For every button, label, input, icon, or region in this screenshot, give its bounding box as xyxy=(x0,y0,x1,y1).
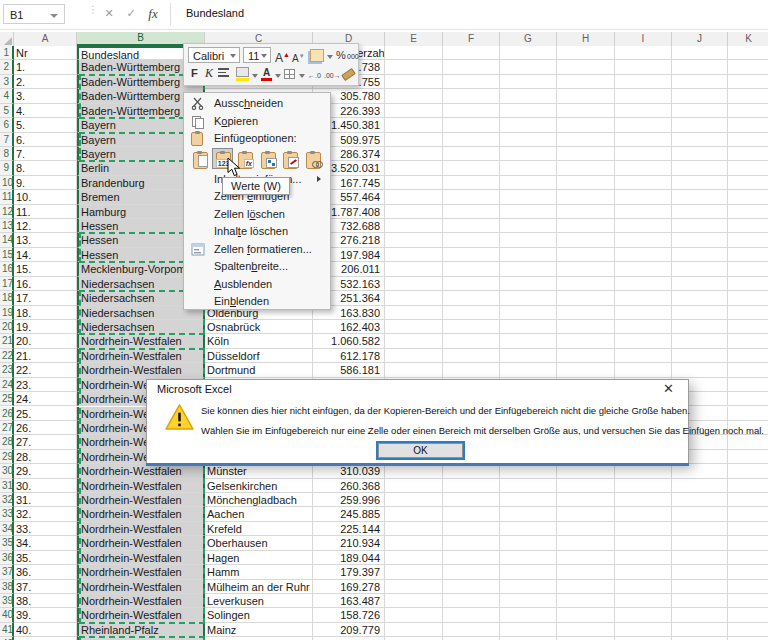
cell-G39[interactable] xyxy=(500,594,557,608)
cell-K1[interactable] xyxy=(728,46,768,60)
cell-B41[interactable]: Rheinland-Pfalz xyxy=(77,623,205,637)
row-header-15[interactable]: 15 xyxy=(0,248,14,262)
cell-I17[interactable] xyxy=(615,277,672,291)
cell-I23[interactable] xyxy=(615,363,672,377)
cell-K19[interactable] xyxy=(728,306,768,320)
cell-G30[interactable] xyxy=(500,464,557,478)
row-header-9[interactable]: 9 xyxy=(0,161,14,175)
cell-F33[interactable] xyxy=(443,507,500,521)
cell-F5[interactable] xyxy=(443,104,500,118)
cell-C37[interactable]: Hamm xyxy=(205,565,313,579)
cell-F7[interactable] xyxy=(443,133,500,147)
cell-D34[interactable]: 225.144 xyxy=(313,522,385,536)
cell-K21[interactable] xyxy=(728,334,768,348)
cell-G9[interactable] xyxy=(500,161,557,175)
cell-F18[interactable] xyxy=(443,291,500,305)
cell-J9[interactable] xyxy=(672,161,728,175)
cell-E37[interactable] xyxy=(385,565,443,579)
cell-I15[interactable] xyxy=(615,248,672,262)
cell-F21[interactable] xyxy=(443,334,500,348)
cell-H40[interactable] xyxy=(557,608,615,622)
paste-icon-transponieren[interactable] xyxy=(257,148,278,169)
cell-K20[interactable] xyxy=(728,320,768,334)
cell-H14[interactable] xyxy=(557,233,615,247)
increase-decimal-icon[interactable]: ←.0 xyxy=(308,69,321,83)
cell-A20[interactable]: 19. xyxy=(14,320,77,334)
paste-icon-werte[interactable]: 123 xyxy=(212,148,233,169)
cell-I22[interactable] xyxy=(615,349,672,363)
cell-J35[interactable] xyxy=(672,536,728,550)
cell-K35[interactable] xyxy=(728,536,768,550)
cell-F8[interactable] xyxy=(443,147,500,161)
paste-icon-formeln[interactable]: fx xyxy=(234,148,255,169)
cell-E4[interactable] xyxy=(385,89,443,103)
cell-G23[interactable] xyxy=(500,363,557,377)
row-header-8[interactable]: 8 xyxy=(0,147,14,161)
cell-G15[interactable] xyxy=(500,248,557,262)
decrease-decimal-icon[interactable]: .00→ xyxy=(324,69,341,83)
paste-icon-formatierung[interactable] xyxy=(279,148,300,169)
cell-I19[interactable] xyxy=(615,306,672,320)
menu-item-einblenden[interactable]: Einblenden xyxy=(184,293,330,311)
cell-G4[interactable] xyxy=(500,89,557,103)
cell-F19[interactable] xyxy=(443,306,500,320)
cell-E21[interactable] xyxy=(385,334,443,348)
cell-K6[interactable] xyxy=(728,118,768,132)
cell-A35[interactable]: 34. xyxy=(14,536,77,550)
cell-I33[interactable] xyxy=(615,507,672,521)
cell-E7[interactable] xyxy=(385,133,443,147)
cell-E2[interactable] xyxy=(385,60,443,74)
cell-J36[interactable] xyxy=(672,551,728,565)
cell-F14[interactable] xyxy=(443,233,500,247)
cell-J33[interactable] xyxy=(672,507,728,521)
cell-K4[interactable] xyxy=(728,89,768,103)
cell-F1[interactable] xyxy=(443,46,500,60)
cell-A40[interactable]: 39. xyxy=(14,608,77,622)
cell-A14[interactable]: 13. xyxy=(14,233,77,247)
cell-A1[interactable]: Nr xyxy=(14,46,77,60)
row-header-27[interactable]: 27 xyxy=(0,421,14,435)
cell-A3[interactable]: 2. xyxy=(14,75,77,89)
cell-F11[interactable] xyxy=(443,190,500,204)
cell-E36[interactable] xyxy=(385,551,443,565)
row-header-12[interactable]: 12 xyxy=(0,205,14,219)
cell-A33[interactable]: 32. xyxy=(14,507,77,521)
cell-H10[interactable] xyxy=(557,176,615,190)
fill-color-dropdown-icon[interactable] xyxy=(252,74,258,78)
cell-G34[interactable] xyxy=(500,522,557,536)
cell-K23[interactable] xyxy=(728,363,768,377)
cell-A28[interactable]: 27. xyxy=(14,435,77,449)
row-header-18[interactable]: 18 xyxy=(0,291,14,305)
cell-I5[interactable] xyxy=(615,104,672,118)
cell-I41[interactable] xyxy=(615,623,672,637)
cell-G22[interactable] xyxy=(500,349,557,363)
cell-B33[interactable]: Nordrhein-Westfalen xyxy=(77,507,205,521)
cell-I37[interactable] xyxy=(615,565,672,579)
cell-G13[interactable] xyxy=(500,219,557,233)
cell-J12[interactable] xyxy=(672,205,728,219)
cell-G2[interactable] xyxy=(500,60,557,74)
fill-color-icon[interactable] xyxy=(236,66,249,81)
cell-A15[interactable]: 14. xyxy=(14,248,77,262)
font-color-dropdown-icon[interactable] xyxy=(275,74,281,78)
cell-E33[interactable] xyxy=(385,507,443,521)
cell-E11[interactable] xyxy=(385,190,443,204)
cell-C32[interactable]: Mönchengladbach xyxy=(205,493,313,507)
cell-A13[interactable]: 12. xyxy=(14,219,77,233)
cell-F4[interactable] xyxy=(443,89,500,103)
column-header-G[interactable]: G xyxy=(500,32,557,46)
cell-H1[interactable] xyxy=(557,46,615,60)
row-header-37[interactable]: 37 xyxy=(0,565,14,579)
cell-E16[interactable] xyxy=(385,262,443,276)
cell-H15[interactable] xyxy=(557,248,615,262)
cell-J32[interactable] xyxy=(672,493,728,507)
cell-G35[interactable] xyxy=(500,536,557,550)
cell-J14[interactable] xyxy=(672,233,728,247)
column-header-K[interactable]: K xyxy=(728,32,768,46)
cell-B39[interactable]: Nordrhein-Westfalen xyxy=(77,594,205,608)
italic-icon[interactable]: K xyxy=(205,66,213,80)
cell-B34[interactable]: Nordrhein-Westfalen xyxy=(77,522,205,536)
cell-K28[interactable] xyxy=(728,435,768,449)
cell-G40[interactable] xyxy=(500,608,557,622)
cell-K16[interactable] xyxy=(728,262,768,276)
